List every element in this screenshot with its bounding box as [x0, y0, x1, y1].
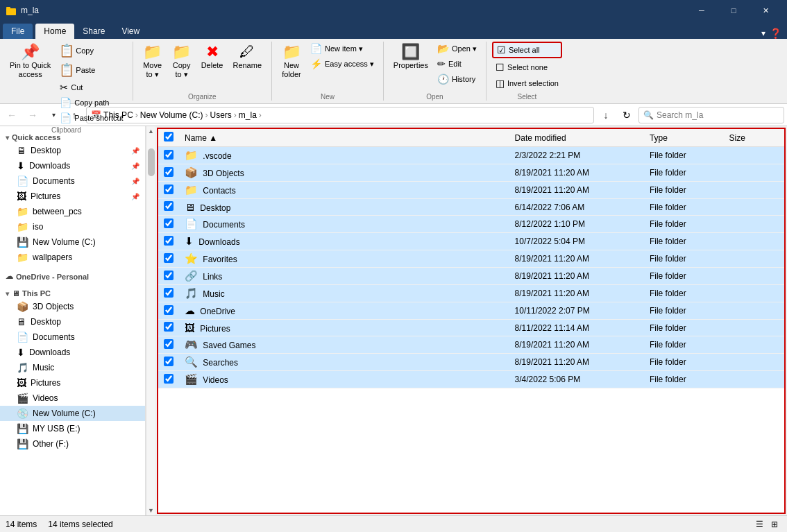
- table-row[interactable]: 🔍 Searches 8/19/2021 11:20 AM File folde…: [158, 354, 784, 371]
- col-header-date[interactable]: Date modified: [509, 129, 644, 147]
- paste-button[interactable]: 📋 Paste: [56, 61, 126, 79]
- row-checkbox[interactable]: [164, 150, 174, 160]
- row-checkbox-cell[interactable]: [158, 233, 179, 250]
- row-checkbox[interactable]: [164, 288, 174, 298]
- sidebar-item-myusb[interactable]: 💾 MY USB (E:): [0, 421, 145, 436]
- cut-button[interactable]: ✂ Cut: [56, 80, 126, 94]
- table-row[interactable]: 📁 .vscode 2/3/2022 2:21 PM File folder: [158, 147, 784, 164]
- row-checkbox-cell[interactable]: [158, 199, 179, 216]
- table-row[interactable]: 📄 Documents 8/12/2022 1:10 PM File folde…: [158, 216, 784, 233]
- tab-file[interactable]: File: [3, 24, 33, 39]
- sidebar-item-newvolume-qa[interactable]: 💾 New Volume (C:): [0, 234, 145, 250]
- pin-to-quick-button[interactable]: 📌 Pin to Quickaccess: [6, 42, 55, 82]
- row-checkbox[interactable]: [164, 339, 174, 349]
- row-checkbox[interactable]: [164, 374, 174, 384]
- row-checkbox[interactable]: [164, 218, 174, 228]
- sidebar-item-videos-pc[interactable]: 🎬 Videos: [0, 391, 145, 406]
- select-none-button[interactable]: ☐ Select none: [492, 60, 562, 74]
- row-checkbox-cell[interactable]: [158, 182, 179, 199]
- rename-button[interactable]: 🖊 Rename: [228, 42, 266, 73]
- table-row[interactable]: 📦 3D Objects 8/19/2021 11:20 AM File fol…: [158, 164, 784, 182]
- maximize-button[interactable]: □: [718, 0, 750, 21]
- copy-button[interactable]: 📋 Copy: [56, 42, 126, 60]
- row-checkbox-cell[interactable]: [158, 164, 179, 182]
- new-item-button[interactable]: 📄 New item ▾: [307, 42, 378, 55]
- row-checkbox[interactable]: [164, 322, 174, 332]
- table-row[interactable]: 🖼 Pictures 8/11/2022 11:14 AM File folde…: [158, 320, 784, 336]
- row-checkbox[interactable]: [164, 201, 174, 211]
- thispc-group[interactable]: ▾ 🖥 This PC: [0, 285, 145, 299]
- row-checkbox-cell[interactable]: [158, 320, 179, 336]
- row-name-cell[interactable]: ⬇ Downloads: [179, 233, 509, 250]
- row-name-cell[interactable]: 🎵 Music: [179, 285, 509, 302]
- row-checkbox[interactable]: [164, 357, 174, 366]
- row-checkbox[interactable]: [164, 305, 174, 315]
- row-checkbox-cell[interactable]: [158, 336, 179, 354]
- row-checkbox-cell[interactable]: [158, 216, 179, 233]
- refresh-button[interactable]: ↻: [618, 106, 636, 124]
- col-header-name[interactable]: Name ▲: [179, 129, 509, 147]
- properties-button[interactable]: 🔲 Properties: [389, 42, 432, 73]
- table-row[interactable]: 🔗 Links 8/19/2021 11:20 AM File folder: [158, 268, 784, 285]
- sidebar-item-music-pc[interactable]: 🎵 Music: [0, 360, 145, 375]
- sidebar-item-3dobjects[interactable]: 📦 3D Objects: [0, 299, 145, 314]
- search-input[interactable]: [657, 110, 779, 120]
- easy-access-button[interactable]: ⚡ Easy access ▾: [307, 57, 378, 71]
- table-row[interactable]: 🖥 Desktop 6/14/2022 7:06 AM File folder: [158, 199, 784, 216]
- row-name-cell[interactable]: 🎮 Saved Games: [179, 336, 509, 354]
- invert-selection-button[interactable]: ◫ Invert selection: [492, 76, 562, 90]
- row-checkbox[interactable]: [164, 253, 174, 263]
- row-name-cell[interactable]: ☁ OneDrive: [179, 302, 509, 320]
- table-row[interactable]: 🎬 Videos 3/4/2022 5:06 PM File folder: [158, 371, 784, 388]
- breadcrumb-mla[interactable]: m_la: [239, 110, 257, 120]
- delete-button[interactable]: ✖ Delete: [197, 42, 228, 73]
- edit-button[interactable]: ✏ Edit: [434, 57, 480, 71]
- scroll-thumb[interactable]: [148, 148, 155, 176]
- new-folder-button[interactable]: 📁 Newfolder: [278, 42, 305, 82]
- paste-shortcut-button[interactable]: 📄 Paste shortcut: [56, 111, 126, 125]
- row-name-cell[interactable]: 📦 3D Objects: [179, 164, 509, 182]
- onedrive-group[interactable]: ☁ OneDrive - Personal: [0, 268, 145, 282]
- tab-view[interactable]: View: [113, 24, 148, 39]
- table-row[interactable]: 🎵 Music 8/19/2021 11:20 AM File folder: [158, 285, 784, 302]
- scroll-up-button[interactable]: ▲: [146, 126, 156, 136]
- sidebar-item-desktop-pc[interactable]: 🖥 Desktop: [0, 314, 145, 329]
- close-button[interactable]: ✕: [750, 0, 781, 21]
- sidebar-item-downloads-qa[interactable]: ⬇ Downloads 📌: [0, 158, 145, 173]
- select-all-checkbox[interactable]: [164, 132, 174, 141]
- copy-path-button[interactable]: 📄 Copy path: [56, 96, 126, 110]
- table-row[interactable]: ⭐ Favorites 8/19/2021 11:20 AM File fold…: [158, 250, 784, 268]
- row-name-cell[interactable]: 🔍 Searches: [179, 354, 509, 371]
- row-name-cell[interactable]: 🔗 Links: [179, 268, 509, 285]
- row-name-cell[interactable]: 📁 Contacts: [179, 182, 509, 199]
- table-row[interactable]: 🎮 Saved Games 8/19/2021 11:20 AM File fo…: [158, 336, 784, 354]
- row-name-cell[interactable]: 🖼 Pictures: [179, 320, 509, 336]
- sidebar-item-iso[interactable]: 📁 iso: [0, 219, 145, 234]
- sidebar-item-newvolume-pc[interactable]: 💿 New Volume (C:): [0, 406, 145, 421]
- sidebar-item-betweenpcs[interactable]: 📁 between_pcs: [0, 204, 145, 219]
- row-checkbox-cell[interactable]: [158, 147, 179, 164]
- move-to-button[interactable]: 📁 Moveto ▾: [139, 42, 167, 82]
- row-name-cell[interactable]: 📄 Documents: [179, 216, 509, 233]
- breadcrumb[interactable]: 📅 This PC › New Volume (C:) › Users › m_…: [86, 107, 594, 123]
- sidebar-item-pictures-pc[interactable]: 🖼 Pictures: [0, 375, 145, 391]
- dropdown-button[interactable]: ↓: [597, 106, 615, 124]
- tab-home[interactable]: Home: [35, 24, 74, 39]
- breadcrumb-c[interactable]: New Volume (C:): [140, 110, 203, 120]
- row-name-cell[interactable]: 🖥 Desktop: [179, 199, 509, 216]
- select-all-button[interactable]: ☑ Select all: [492, 42, 562, 58]
- row-checkbox[interactable]: [164, 236, 174, 246]
- grid-view-button[interactable]: ⊞: [768, 517, 781, 531]
- row-checkbox-cell[interactable]: [158, 302, 179, 320]
- expand-ribbon-button[interactable]: ▾: [761, 28, 765, 38]
- sidebar-item-documents-qa[interactable]: 📄 Documents 📌: [0, 173, 145, 189]
- sidebar-item-wallpapers[interactable]: 📁 wallpapers: [0, 250, 145, 265]
- row-checkbox-cell[interactable]: [158, 371, 179, 388]
- help-button[interactable]: ❓: [770, 28, 781, 39]
- row-name-cell[interactable]: ⭐ Favorites: [179, 250, 509, 268]
- details-view-button[interactable]: ☰: [752, 517, 766, 531]
- row-checkbox[interactable]: [164, 167, 174, 177]
- row-checkbox[interactable]: [164, 185, 174, 194]
- table-row[interactable]: 📁 Contacts 8/19/2021 11:20 AM File folde…: [158, 182, 784, 199]
- breadcrumb-users[interactable]: Users: [210, 110, 232, 120]
